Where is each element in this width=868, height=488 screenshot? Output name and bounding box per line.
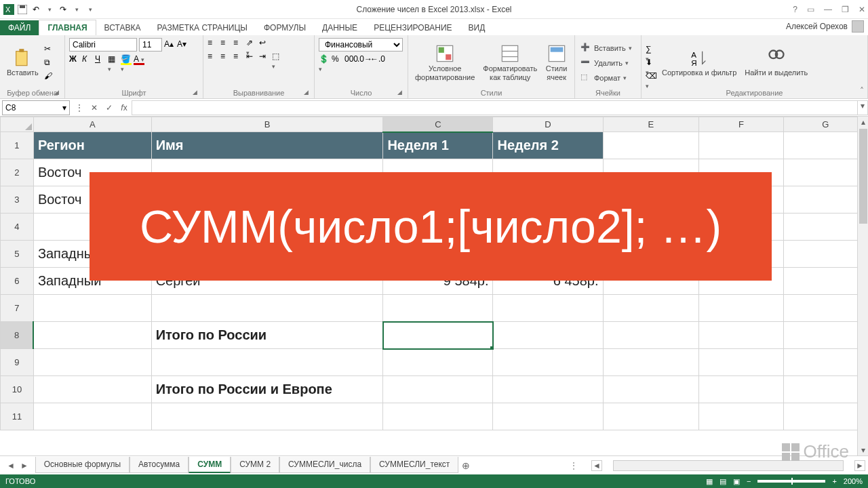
cell-G11[interactable] bbox=[783, 403, 867, 430]
clipboard-launcher-icon[interactable]: ◢ bbox=[54, 89, 59, 96]
format-cells-button[interactable]: ⬚Формат bbox=[579, 72, 633, 84]
cell-B11[interactable] bbox=[151, 403, 383, 430]
row-header-7[interactable]: 7 bbox=[1, 295, 34, 322]
row-header-1[interactable]: 1 bbox=[1, 132, 34, 159]
align-left-icon[interactable]: ≡ bbox=[208, 52, 218, 62]
conditional-formatting-button[interactable]: Условное форматирование bbox=[412, 43, 477, 82]
cut-icon[interactable]: ✂ bbox=[44, 44, 55, 55]
number-launcher-icon[interactable]: ◢ bbox=[397, 89, 402, 96]
expand-formula-bar-icon[interactable]: ▾ bbox=[857, 100, 868, 115]
cell-F9[interactable] bbox=[699, 349, 783, 376]
view-page-break-icon[interactable]: ▣ bbox=[733, 477, 740, 486]
scroll-down-icon[interactable]: ▾ bbox=[858, 445, 868, 455]
percent-icon[interactable]: % bbox=[332, 54, 342, 65]
tab-home[interactable]: ГЛАВНАЯ bbox=[39, 20, 96, 35]
row-header-6[interactable]: 6 bbox=[1, 268, 34, 295]
align-top-icon[interactable]: ≡ bbox=[208, 38, 218, 49]
formula-input[interactable] bbox=[132, 100, 857, 115]
cell-F8[interactable] bbox=[699, 322, 783, 349]
row-header-4[interactable]: 4 bbox=[1, 214, 34, 241]
view-page-layout-icon[interactable]: ▤ bbox=[719, 477, 726, 486]
column-header-C[interactable]: C bbox=[383, 117, 493, 132]
column-header-E[interactable]: E bbox=[603, 117, 699, 132]
cell-G9[interactable] bbox=[783, 349, 867, 376]
cell-F11[interactable] bbox=[699, 403, 783, 430]
tab-insert[interactable]: ВСТАВКА bbox=[96, 20, 149, 35]
align-middle-icon[interactable]: ≡ bbox=[220, 38, 231, 49]
accounting-icon[interactable]: 💲 bbox=[319, 54, 330, 65]
select-all-corner[interactable] bbox=[1, 117, 34, 132]
align-center-icon[interactable]: ≡ bbox=[220, 52, 231, 62]
align-right-icon[interactable]: ≡ bbox=[233, 52, 244, 62]
indent-decrease-icon[interactable]: ⇤ bbox=[246, 52, 257, 62]
cell-E8[interactable] bbox=[603, 322, 699, 349]
cell-B1[interactable]: Имя bbox=[151, 132, 383, 159]
cell-G8[interactable] bbox=[783, 322, 867, 349]
autosum-icon[interactable]: ∑ bbox=[646, 44, 656, 55]
cell-G6[interactable] bbox=[783, 268, 867, 295]
comma-icon[interactable]: 000 bbox=[344, 54, 355, 65]
cell-G3[interactable] bbox=[783, 186, 867, 214]
merge-icon[interactable]: ⬚ bbox=[272, 52, 283, 62]
sheet-nav-prev-icon[interactable]: ◄ bbox=[7, 461, 15, 470]
cell-E10[interactable] bbox=[603, 376, 699, 403]
column-header-B[interactable]: B bbox=[151, 117, 383, 132]
row-header-8[interactable]: 8 bbox=[1, 322, 34, 349]
row-header-3[interactable]: 3 bbox=[1, 186, 34, 214]
help-icon[interactable]: ? bbox=[793, 5, 797, 14]
cell-D11[interactable] bbox=[493, 403, 603, 430]
cell-D10[interactable] bbox=[493, 376, 603, 403]
save-icon[interactable] bbox=[16, 3, 28, 16]
cell-F1[interactable] bbox=[699, 132, 783, 159]
column-header-A[interactable]: A bbox=[33, 117, 151, 132]
cell-G1[interactable] bbox=[783, 132, 867, 159]
cell-D7[interactable] bbox=[493, 295, 603, 322]
tab-view[interactable]: ВИД bbox=[460, 20, 494, 35]
paste-button[interactable]: Вставить bbox=[4, 47, 41, 78]
sheet-tab-0[interactable]: Основные формулы bbox=[35, 457, 130, 473]
font-name-input[interactable] bbox=[69, 38, 137, 52]
cell-C10[interactable] bbox=[383, 376, 493, 403]
tab-review[interactable]: РЕЦЕНЗИРОВАНИЕ bbox=[366, 20, 460, 35]
cell-styles-button[interactable]: Стили ячеек bbox=[542, 43, 570, 82]
cell-C9[interactable] bbox=[383, 349, 493, 376]
cell-D1[interactable]: Неделя 2 bbox=[493, 132, 603, 159]
cell-G7[interactable] bbox=[783, 295, 867, 322]
cell-F10[interactable] bbox=[699, 376, 783, 403]
tab-file[interactable]: ФАЙЛ bbox=[0, 20, 39, 35]
collapse-ribbon-icon[interactable]: ˄ bbox=[860, 86, 864, 96]
restore-icon[interactable]: ❐ bbox=[842, 5, 849, 14]
cell-E9[interactable] bbox=[603, 349, 699, 376]
orientation-icon[interactable]: ⇗ bbox=[246, 38, 257, 49]
cell-B7[interactable] bbox=[151, 295, 383, 322]
cell-C7[interactable] bbox=[383, 295, 493, 322]
ribbon-display-options-icon[interactable]: ▭ bbox=[807, 5, 814, 14]
name-box[interactable]: C8▾ bbox=[2, 100, 70, 115]
row-header-5[interactable]: 5 bbox=[1, 241, 34, 268]
add-sheet-button[interactable]: ⊕ bbox=[458, 460, 473, 471]
alignment-launcher-icon[interactable]: ◢ bbox=[304, 89, 309, 96]
cell-B10[interactable]: Итого по России и Европе bbox=[151, 376, 383, 403]
font-launcher-icon[interactable]: ◢ bbox=[193, 89, 197, 96]
cell-A8[interactable] bbox=[33, 322, 151, 349]
cell-E1[interactable] bbox=[603, 132, 699, 159]
align-bottom-icon[interactable]: ≡ bbox=[233, 38, 244, 49]
increase-font-icon[interactable]: A▴ bbox=[164, 39, 175, 50]
column-header-F[interactable]: F bbox=[699, 117, 783, 132]
enter-formula-icon[interactable]: ✓ bbox=[102, 103, 117, 113]
cell-A11[interactable] bbox=[33, 403, 151, 430]
hscroll-left-icon[interactable]: ◄ bbox=[591, 460, 602, 471]
increase-decimal-icon[interactable]: .0→ bbox=[357, 54, 368, 65]
zoom-level[interactable]: 200% bbox=[844, 477, 863, 485]
copy-icon[interactable]: ⧉ bbox=[44, 58, 55, 68]
sheet-tab-2[interactable]: СУММ bbox=[189, 457, 231, 473]
cell-G10[interactable] bbox=[783, 376, 867, 403]
cell-G4[interactable] bbox=[783, 214, 867, 241]
row-header-11[interactable]: 11 bbox=[1, 403, 34, 430]
underline-icon[interactable]: Ч bbox=[95, 54, 106, 65]
bold-icon[interactable]: Ж bbox=[69, 54, 80, 65]
border-icon[interactable]: ▦ bbox=[108, 54, 119, 65]
undo-dropdown[interactable] bbox=[43, 3, 56, 16]
close-icon[interactable]: ✕ bbox=[859, 5, 865, 14]
tab-page-layout[interactable]: РАЗМЕТКА СТРАНИЦЫ bbox=[149, 20, 256, 35]
